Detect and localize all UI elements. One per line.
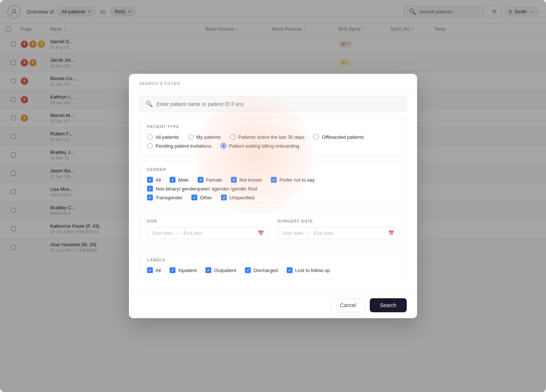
checkbox-label: Female: [206, 177, 222, 183]
checkbox-gender-all[interactable]: All: [147, 177, 161, 183]
search-filter-modal: SEARCH & FILTER 🔍 PATIENT TYPE All patie…: [129, 74, 417, 318]
modal-search-field[interactable]: 🔍: [139, 96, 407, 111]
radio-label: My patients: [197, 134, 221, 140]
checkbox-label: Inpatient: [178, 268, 197, 273]
surgery-end-placeholder: End date: [314, 230, 333, 236]
radio-my-patients[interactable]: My patients: [188, 134, 221, 140]
checkbox-outpatient[interactable]: Outpatient: [205, 267, 236, 273]
checkbox-lost-follow-up[interactable]: Lost to follow up: [287, 267, 330, 273]
checkbox-label: Non-binary/ genderqueer/ agender /gender…: [156, 186, 257, 192]
modal-footer: Cancel Search: [129, 292, 417, 318]
checkbox-label: Discharged: [253, 268, 278, 273]
patient-type-radio-group: All patients My patients Patients active…: [147, 134, 399, 149]
checkbox-label: Male: [178, 177, 188, 183]
radio-circle: [230, 134, 236, 140]
patient-type-section: PATIENT TYPE All patients My patients: [139, 117, 407, 156]
checkbox-box: [287, 267, 293, 273]
dob-label: DOB: [147, 219, 269, 223]
checkbox-box: [221, 195, 227, 200]
checkbox-box: [147, 177, 153, 183]
checkbox-nonbinary[interactable]: Non-binary/ genderqueer/ agender /gender…: [147, 186, 399, 192]
gender-section: GENDER All Male Female: [139, 160, 407, 207]
checkbox-label: Unspecified: [229, 195, 255, 200]
checkbox-transgender[interactable]: Transgender: [147, 195, 182, 200]
patient-name-input[interactable]: [157, 101, 400, 107]
checkbox-box: [170, 177, 175, 183]
checkbox-label: Transgender: [156, 195, 182, 200]
checkbox-male[interactable]: Male: [170, 177, 188, 183]
radio-circle-checked: [221, 143, 226, 149]
checkbox-label: All: [156, 177, 161, 183]
checkbox-label: Outpatient: [214, 268, 236, 273]
search-button[interactable]: Search: [370, 298, 407, 312]
checkbox-inpatient[interactable]: Inpatient: [170, 267, 197, 273]
radio-label: Patients active the last 30 days: [238, 134, 304, 140]
date-separator: —: [175, 230, 180, 236]
dob-end-placeholder: End date: [183, 230, 202, 236]
dob-start-placeholder: Start date: [152, 230, 173, 236]
radio-active-30[interactable]: Patients active the last 30 days: [230, 134, 304, 140]
calendar-icon: 📅: [388, 230, 394, 236]
modal-header: SEARCH & FILTER: [129, 74, 417, 90]
checkbox-prefer-not[interactable]: Prefer not to say: [271, 177, 314, 183]
radio-offboarded[interactable]: Offboarded patients: [313, 134, 364, 140]
gender-checkbox-group: All Male Female Not known: [147, 177, 399, 200]
checkbox-not-known[interactable]: Not known: [231, 177, 262, 183]
checkbox-label: Other: [200, 195, 212, 200]
checkbox-labels-all[interactable]: All: [147, 267, 161, 273]
calendar-icon: 📅: [258, 230, 264, 236]
labels-checkbox-group: All Inpatient Outpatient Discharged: [147, 267, 399, 273]
modal-body: 🔍 PATIENT TYPE All patients My patients: [129, 90, 417, 292]
checkbox-label: Not known: [239, 177, 262, 183]
modal-overlay: SEARCH & FILTER 🔍 PATIENT TYPE All patie…: [0, 0, 546, 392]
cancel-button[interactable]: Cancel: [331, 298, 365, 312]
date-section: DOB Start date — End date 📅 SURGERY DATE: [139, 212, 407, 246]
surgery-date-label: SURGERY DATE: [277, 219, 399, 223]
date-separator: —: [306, 230, 311, 236]
labels-section: LABELS All Inpatient Outpatient: [139, 251, 407, 280]
checkbox-label: Lost to follow up: [295, 268, 330, 273]
checkbox-box: [147, 186, 153, 192]
surgery-date-input[interactable]: Start date — End date 📅: [277, 227, 399, 239]
checkbox-box: [205, 267, 211, 273]
radio-circle: [313, 134, 319, 140]
radio-circle: [147, 143, 153, 149]
surgery-date-field: SURGERY DATE Start date — End date 📅: [277, 219, 399, 239]
checkbox-box: [271, 177, 277, 183]
labels-title: LABELS: [147, 258, 399, 262]
checkbox-box: [245, 267, 251, 273]
surgery-start-placeholder: Start date: [282, 230, 303, 236]
checkbox-box: [147, 267, 153, 273]
patient-type-label: PATIENT TYPE: [147, 124, 399, 129]
radio-label: Offboarded patients: [322, 134, 364, 140]
checkbox-unspecified[interactable]: Unspecified: [221, 195, 255, 200]
radio-circle: [147, 134, 153, 140]
checkbox-label: Prefer not to say: [279, 177, 314, 183]
checkbox-box: [147, 195, 153, 200]
checkbox-box: [191, 195, 197, 200]
search-icon: 🔍: [146, 100, 153, 107]
date-row: DOB Start date — End date 📅 SURGERY DATE: [147, 219, 399, 239]
checkbox-box: [231, 177, 237, 183]
checkbox-box: [170, 267, 175, 273]
radio-circle: [188, 134, 194, 140]
checkbox-other[interactable]: Other: [191, 195, 212, 200]
dob-input[interactable]: Start date — End date 📅: [147, 227, 269, 239]
radio-label: Pending patient invitations: [156, 143, 212, 149]
radio-all-patients[interactable]: All patients: [147, 134, 179, 140]
checkbox-label: All: [156, 268, 161, 273]
gender-label: GENDER: [147, 167, 399, 172]
dob-field: DOB Start date — End date 📅: [147, 219, 269, 239]
checkbox-discharged[interactable]: Discharged: [245, 267, 278, 273]
radio-label: All patients: [156, 134, 179, 140]
checkbox-box: [198, 177, 204, 183]
radio-pending[interactable]: Pending patient invitations: [147, 143, 212, 149]
radio-label: Patient waiting billing onboarding: [229, 143, 299, 149]
checkbox-female[interactable]: Female: [198, 177, 222, 183]
radio-billing[interactable]: Patient waiting billing onboarding: [221, 143, 299, 149]
